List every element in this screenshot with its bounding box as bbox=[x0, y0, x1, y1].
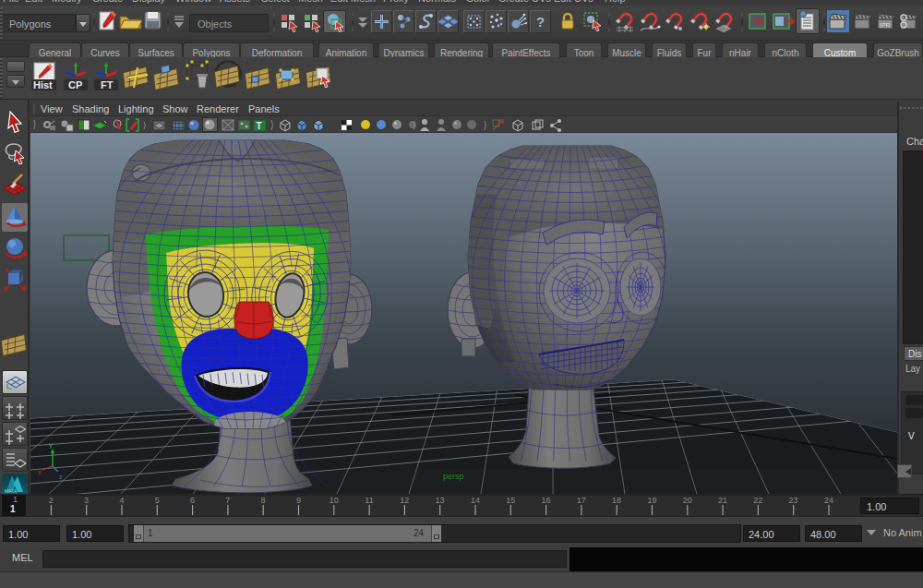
svg-text:y: y bbox=[49, 440, 53, 449]
svg-text:5: 5 bbox=[155, 496, 160, 505]
svg-text:17: 17 bbox=[577, 496, 586, 505]
svg-text:10: 10 bbox=[330, 496, 339, 505]
svg-text:21: 21 bbox=[718, 496, 727, 505]
svg-text:22: 22 bbox=[753, 496, 762, 505]
svg-text:18: 18 bbox=[612, 496, 621, 505]
svg-text:20: 20 bbox=[683, 496, 692, 505]
svg-text:x: x bbox=[38, 468, 42, 476]
svg-text:8: 8 bbox=[261, 496, 266, 505]
svg-text:6: 6 bbox=[190, 496, 195, 505]
svg-text:2: 2 bbox=[49, 496, 54, 505]
svg-text:T: T bbox=[257, 121, 262, 131]
svg-text:persp: persp bbox=[443, 472, 464, 481]
svg-text:13: 13 bbox=[436, 496, 445, 505]
svg-text:15: 15 bbox=[506, 496, 515, 505]
svg-text:Hist: Hist bbox=[33, 79, 53, 90]
svg-text:24: 24 bbox=[824, 496, 833, 505]
svg-text:9: 9 bbox=[296, 496, 301, 505]
svg-text:23: 23 bbox=[789, 496, 798, 505]
svg-text:z: z bbox=[59, 473, 63, 481]
svg-text:4: 4 bbox=[119, 496, 124, 505]
svg-text:16: 16 bbox=[541, 496, 550, 505]
svg-text:12: 12 bbox=[400, 496, 409, 505]
svg-text:3: 3 bbox=[84, 496, 89, 505]
svg-text:7: 7 bbox=[225, 496, 230, 505]
svg-text:FT: FT bbox=[101, 79, 114, 90]
svg-text:CP: CP bbox=[68, 79, 82, 90]
svg-text:19: 19 bbox=[647, 496, 656, 505]
svg-text:11: 11 bbox=[365, 496, 373, 505]
svg-text:IPR: IPR bbox=[880, 22, 891, 29]
svg-text:14: 14 bbox=[471, 496, 480, 505]
